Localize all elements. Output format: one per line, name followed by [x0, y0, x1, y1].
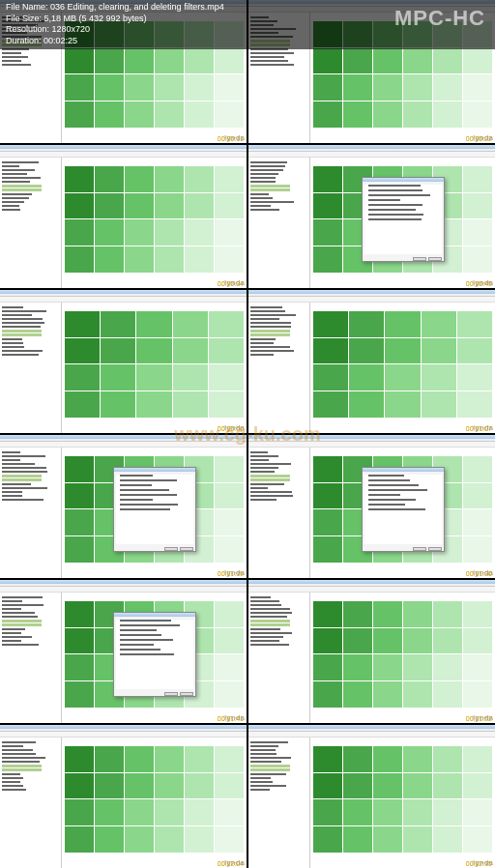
video-thumbnail[interactable]: lynda00:00:34: [0, 145, 247, 288]
treemap-cell: [457, 391, 492, 418]
treemap-cell: [101, 364, 135, 391]
treemap-cell: [215, 166, 244, 192]
treemap-cell: [403, 74, 432, 101]
worksheet-view[interactable]: [310, 448, 495, 578]
video-thumbnail[interactable]: lynda00:02:15: [248, 725, 495, 868]
ok-button[interactable]: [164, 547, 178, 551]
worksheet-view[interactable]: [62, 448, 247, 578]
treemap-cell: [155, 74, 184, 101]
cancel-button[interactable]: [428, 257, 442, 261]
treemap-cell: [65, 456, 94, 482]
treemap-cell: [155, 799, 184, 825]
treemap-cell: [65, 166, 94, 192]
treemap-cell: [155, 746, 184, 772]
treemap-cell: [403, 746, 432, 772]
treemap-cell: [422, 391, 456, 418]
treemap-cell: [373, 601, 402, 627]
treemap-cell: [343, 773, 372, 799]
treemap-cell: [65, 746, 94, 772]
treemap-cell: [385, 338, 420, 364]
video-thumbnail[interactable]: lynda00:01:41: [0, 580, 247, 723]
treemap-cell: [422, 338, 456, 364]
treemap-cell: [173, 338, 208, 364]
treemap-cell: [373, 773, 402, 799]
treemap-cell: [125, 101, 154, 128]
treemap-cell: [433, 601, 462, 627]
treemap-cell: [313, 193, 342, 219]
file-name-value: 036 Editing, clearing, and deleting filt…: [50, 2, 224, 12]
treemap-cell: [313, 74, 342, 101]
worksheet-view[interactable]: [62, 593, 247, 723]
data-panel[interactable]: [248, 158, 310, 288]
data-panel[interactable]: [248, 593, 310, 723]
video-thumbnail[interactable]: lynda00:01:07: [248, 290, 495, 433]
treemap-cell: [313, 746, 342, 772]
treemap-cell: [343, 826, 372, 853]
filter-dialog[interactable]: [362, 467, 445, 552]
worksheet-view[interactable]: [310, 158, 495, 288]
treemap-cell: [313, 681, 342, 708]
video-thumbnail[interactable]: lynda00:00:56: [0, 290, 247, 433]
video-thumbnail[interactable]: lynda00:00:45: [248, 145, 495, 288]
filter-dialog[interactable]: [113, 612, 196, 697]
treemap-cell: [65, 193, 94, 219]
treemap-cell: [343, 601, 372, 627]
treemap-cell: [125, 246, 154, 273]
video-thumbnail[interactable]: lynda00:01:19: [0, 435, 247, 578]
treemap-cell: [209, 364, 244, 391]
treemap-cell: [95, 826, 124, 853]
worksheet-view[interactable]: [310, 303, 495, 433]
treemap-cell: [403, 826, 432, 853]
filter-dialog[interactable]: [362, 177, 445, 262]
duration-label: Duration:: [6, 36, 42, 45]
data-panel[interactable]: [248, 448, 310, 578]
treemap-cell: [433, 826, 462, 853]
cancel-button[interactable]: [180, 692, 193, 696]
data-panel[interactable]: [248, 303, 310, 433]
worksheet-view[interactable]: [310, 738, 495, 868]
worksheet-view[interactable]: [310, 593, 495, 723]
treemap-cell: [65, 509, 94, 535]
treemap-cell: [65, 311, 100, 337]
worksheet-view[interactable]: [62, 303, 247, 433]
treemap-cell: [433, 799, 462, 825]
treemap-cell: [463, 483, 492, 509]
treemap-cell: [155, 48, 184, 74]
treemap-cell: [65, 826, 94, 853]
ok-button[interactable]: [164, 692, 178, 696]
data-panel[interactable]: [0, 738, 62, 868]
ok-button[interactable]: [413, 257, 426, 261]
video-thumbnail[interactable]: lynda00:01:52: [248, 580, 495, 723]
treemap-cell: [65, 773, 94, 799]
cancel-button[interactable]: [180, 547, 193, 551]
treemap-cell: [463, 456, 492, 482]
treemap-cell: [125, 74, 154, 101]
thumbnail-timestamp: 00:01:52: [465, 715, 493, 722]
treemap-cell: [185, 193, 214, 219]
data-panel[interactable]: [0, 303, 62, 433]
filter-dialog[interactable]: [113, 467, 196, 552]
data-panel[interactable]: [248, 738, 310, 868]
treemap-cell: [403, 773, 432, 799]
ok-button[interactable]: [413, 547, 426, 551]
treemap-cell: [343, 48, 372, 74]
treemap-cell: [95, 74, 124, 101]
treemap-cell: [125, 166, 154, 192]
data-panel[interactable]: [0, 448, 62, 578]
worksheet-view[interactable]: [62, 738, 247, 868]
treemap-cell: [65, 391, 100, 418]
treemap-cell: [422, 364, 456, 391]
thumbnail-timestamp: 00:01:19: [217, 570, 245, 577]
worksheet-view[interactable]: [62, 158, 247, 288]
video-thumbnail[interactable]: lynda00:02:04: [0, 725, 247, 868]
treemap-cell: [463, 746, 492, 772]
treemap-cell: [403, 681, 432, 708]
treemap-cell: [433, 773, 462, 799]
cancel-button[interactable]: [428, 547, 442, 551]
data-panel[interactable]: [0, 158, 62, 288]
thumbnail-timestamp: 00:00:45: [465, 280, 493, 287]
treemap-cell: [313, 101, 342, 128]
treemap-cell: [313, 166, 342, 192]
video-thumbnail[interactable]: lynda00:01:30: [248, 435, 495, 578]
data-panel[interactable]: [0, 593, 62, 723]
